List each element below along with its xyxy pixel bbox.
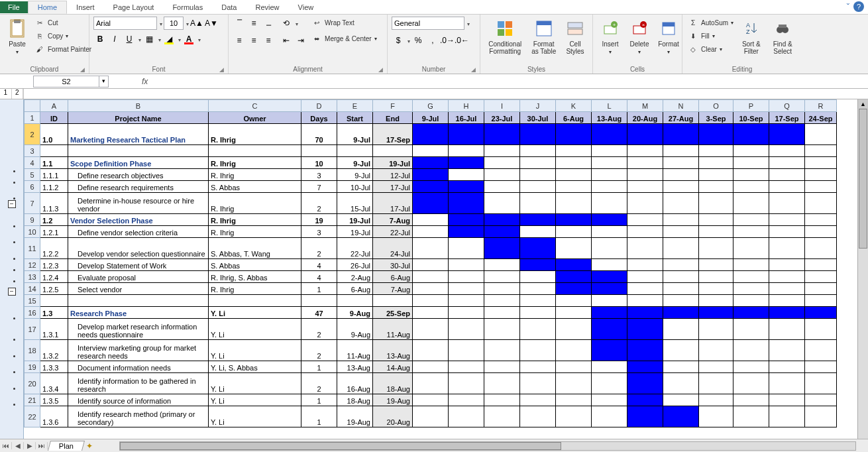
gantt-cell[interactable] (805, 259, 837, 271)
gantt-cell[interactable] (556, 283, 592, 295)
cell[interactable]: 19-Aug (373, 394, 413, 406)
cell[interactable] (520, 145, 556, 157)
gantt-cell[interactable] (484, 259, 520, 271)
gantt-cell[interactable] (769, 283, 805, 295)
cell[interactable] (805, 295, 837, 307)
gantt-cell[interactable] (663, 238, 699, 259)
col-header-F[interactable]: F (373, 100, 413, 112)
cell[interactable] (413, 295, 449, 307)
gantt-cell[interactable] (627, 340, 663, 361)
gantt-cell[interactable] (556, 373, 592, 394)
gantt-cell[interactable] (592, 361, 627, 373)
cell[interactable]: 1.3 (40, 307, 68, 319)
gantt-cell[interactable] (556, 259, 592, 271)
vertical-scrollbar[interactable]: ▲ ▼ (857, 99, 868, 449)
header-cell[interactable]: End (373, 112, 413, 124)
cell[interactable]: 2 (301, 193, 337, 214)
gantt-cell[interactable] (449, 214, 484, 226)
gantt-cell[interactable] (484, 340, 520, 361)
currency-dd[interactable] (406, 36, 410, 44)
cell[interactable] (663, 145, 699, 157)
row-header-19[interactable]: 19 (25, 361, 40, 373)
outline-gutter[interactable]: –– (0, 99, 24, 452)
cell[interactable] (337, 145, 373, 157)
gantt-cell[interactable] (805, 307, 837, 319)
gantt-cell[interactable] (769, 394, 805, 406)
fill-button[interactable]: ⬇Fill▾ (686, 30, 735, 42)
gantt-cell[interactable] (592, 214, 627, 226)
gantt-cell[interactable] (699, 340, 733, 361)
gantt-cell[interactable] (520, 394, 556, 406)
cell[interactable]: 10 (301, 157, 337, 169)
cell[interactable]: 1.3.1 (40, 319, 68, 340)
cell[interactable]: 19-Jul (373, 157, 413, 169)
cell[interactable]: Marketing Research Tactical Plan (68, 124, 209, 145)
cell[interactable]: Define research objectives (68, 169, 209, 181)
gantt-cell[interactable] (733, 169, 769, 181)
new-sheet-button[interactable]: ✦ (86, 441, 93, 451)
cell[interactable]: 70 (301, 124, 337, 145)
tab-review[interactable]: Review (246, 1, 288, 13)
cell[interactable]: Interview marketing group for market res… (68, 340, 209, 361)
gantt-cell[interactable] (663, 226, 699, 238)
gantt-cell[interactable] (805, 193, 837, 214)
col-header-L[interactable]: L (592, 100, 627, 112)
gantt-cell[interactable] (449, 226, 484, 238)
cell[interactable]: 2 (301, 373, 337, 394)
gantt-cell[interactable] (805, 271, 837, 283)
col-header-R[interactable]: R (805, 100, 837, 112)
gantt-cell[interactable] (556, 169, 592, 181)
font-size-dd[interactable] (185, 19, 189, 27)
gantt-cell[interactable] (556, 124, 592, 145)
gantt-cell[interactable] (699, 394, 733, 406)
gantt-cell[interactable] (413, 406, 449, 427)
row-header-7[interactable]: 7 (25, 193, 40, 214)
gantt-cell[interactable] (733, 406, 769, 427)
cell[interactable]: 1.1.1 (40, 169, 68, 181)
gantt-cell[interactable] (520, 181, 556, 193)
cell[interactable]: Determine in-house resource or hire vend… (68, 193, 209, 214)
gantt-cell[interactable] (413, 394, 449, 406)
tab-home[interactable]: Home (28, 1, 67, 14)
gantt-cell[interactable] (413, 319, 449, 340)
gantt-cell[interactable] (699, 307, 733, 319)
row-header-6[interactable]: 6 (25, 181, 40, 193)
gantt-cell[interactable] (805, 340, 837, 361)
gantt-cell[interactable] (520, 319, 556, 340)
cell[interactable]: 4 (301, 271, 337, 283)
gantt-cell[interactable] (769, 226, 805, 238)
shrink-font-button[interactable]: A▼ (205, 17, 218, 30)
col-header-I[interactable]: I (484, 100, 520, 112)
row-header-15[interactable]: 15 (25, 295, 40, 307)
cell[interactable]: Y. Li (209, 394, 301, 406)
cell[interactable]: 19-Jul (337, 214, 373, 226)
gantt-cell[interactable] (413, 181, 449, 193)
cell[interactable]: 1.2.1 (40, 226, 68, 238)
cell[interactable]: 1.2.4 (40, 271, 68, 283)
cell[interactable]: S. Abbas, T. Wang (209, 238, 301, 259)
gantt-cell[interactable] (769, 271, 805, 283)
cell[interactable]: 1.3.6 (40, 406, 68, 427)
gantt-cell[interactable] (627, 238, 663, 259)
formula-input[interactable] (153, 76, 868, 87)
gantt-cell[interactable] (663, 361, 699, 373)
gantt-cell[interactable] (805, 373, 837, 394)
gantt-cell[interactable] (699, 319, 733, 340)
cell[interactable] (301, 145, 337, 157)
comma-button[interactable]: , (426, 34, 439, 47)
vscroll-thumb[interactable] (859, 109, 867, 249)
cell[interactable]: 1.3.3 (40, 361, 68, 373)
help-icon[interactable]: ? (853, 1, 864, 12)
gantt-cell[interactable] (805, 214, 837, 226)
scroll-up-button[interactable]: ▲ (858, 99, 868, 109)
cell[interactable]: 2 (301, 238, 337, 259)
gantt-cell[interactable] (449, 271, 484, 283)
row-header-3[interactable]: 3 (25, 145, 40, 157)
gantt-cell[interactable] (592, 406, 627, 427)
cell[interactable] (520, 295, 556, 307)
gantt-cell[interactable] (733, 307, 769, 319)
cell[interactable]: 10-Jul (337, 181, 373, 193)
gantt-cell[interactable] (733, 319, 769, 340)
cell[interactable]: Develop market research information need… (68, 319, 209, 340)
gantt-cell[interactable] (484, 193, 520, 214)
